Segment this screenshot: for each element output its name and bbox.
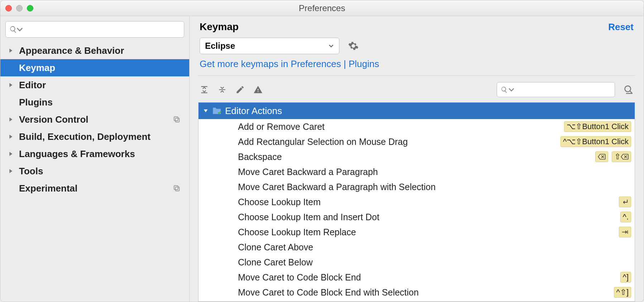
sidebar-item-experimental[interactable]: Experimental <box>0 180 189 197</box>
action-row[interactable]: Clone Caret Above <box>199 240 635 255</box>
action-search[interactable] <box>497 82 615 97</box>
action-row[interactable]: Choose Lookup Item Replace <box>199 225 635 240</box>
tab-icon <box>621 230 629 235</box>
enter-icon <box>621 199 629 205</box>
shortcut-list: ⌥⇧Button1 Click <box>564 121 631 132</box>
chevron-down-icon <box>16 25 24 33</box>
shortcut-badge: ^. <box>620 212 631 222</box>
svg-rect-1 <box>174 117 178 121</box>
action-name: Move Caret to Code Block End with Select… <box>238 287 614 298</box>
action-row[interactable]: Add or Remove Caret⌥⇧Button1 Click <box>199 119 635 134</box>
action-name: Backspace <box>238 152 595 162</box>
sidebar-item-label: Appearance & Behavior <box>19 45 124 56</box>
action-name: Choose Lookup Item Replace <box>238 227 619 237</box>
copy-icon[interactable] <box>173 115 181 123</box>
action-row[interactable]: Move Caret Backward a Paragraph with Sel… <box>199 179 635 194</box>
action-row[interactable]: Move Caret Backward a Paragraph <box>199 164 635 179</box>
sidebar-item-appearance-behavior[interactable]: Appearance & Behavior <box>0 42 189 59</box>
action-row[interactable]: Choose Lookup Item and Insert Dot^. <box>199 209 635 225</box>
shortcut-list: ^⇧] <box>614 287 631 298</box>
copy-icon[interactable] <box>173 184 181 192</box>
sidebar-item-plugins[interactable]: Plugins <box>0 94 189 111</box>
sidebar-item-label: Experimental <box>19 183 77 194</box>
triangle-right-icon <box>8 151 14 156</box>
action-name: Clone Caret Above <box>238 242 631 253</box>
triangle-right-icon <box>8 82 14 88</box>
keymap-scheme-value: Eclipse <box>205 41 235 51</box>
sidebar-item-label: Keymap <box>19 62 55 74</box>
sidebar-item-label: Version Control <box>19 114 89 125</box>
shortcut-list: ⇧ <box>595 151 631 162</box>
window-title: Preferences <box>0 3 644 13</box>
shortcut-badge <box>619 197 631 207</box>
action-name: Move Caret Backward a Paragraph <box>238 167 631 177</box>
warning-icon[interactable] <box>253 85 263 94</box>
triangle-right-icon <box>8 48 14 53</box>
titlebar: Preferences <box>0 0 644 16</box>
actions-tree[interactable]: Editor Actions Add or Remove Caret⌥⇧Butt… <box>198 102 635 302</box>
shortcut-list: ^. <box>620 212 631 222</box>
shortcut-list <box>619 227 631 237</box>
keymap-toolbar <box>190 76 644 102</box>
action-name: Move Caret to Code Block End <box>238 272 620 283</box>
svg-rect-0 <box>175 118 179 122</box>
action-name: Move Caret Backward a Paragraph with Sel… <box>238 182 631 192</box>
search-icon <box>501 86 508 93</box>
action-name: Add or Remove Caret <box>238 122 564 132</box>
preferences-window: Preferences Appearance & BehaviorKeymapE… <box>0 0 644 302</box>
action-name: Add Rectangular Selection on Mouse Drag <box>238 137 560 147</box>
sidebar-item-version-control[interactable]: Version Control <box>0 111 189 128</box>
triangle-down-icon <box>203 108 209 114</box>
folder-icon <box>212 107 221 115</box>
sidebar-item-label: Languages & Frameworks <box>19 148 135 160</box>
sidebar-search[interactable] <box>5 21 184 38</box>
sidebar-item-editor[interactable]: Editor <box>0 76 189 94</box>
action-name: Choose Lookup Item <box>238 197 619 207</box>
keymap-hint-link[interactable]: Get more keymaps in Preferences | Plugin… <box>190 57 644 75</box>
svg-rect-3 <box>174 186 178 190</box>
sidebar-item-languages-frameworks[interactable]: Languages & Frameworks <box>0 145 189 162</box>
action-row[interactable]: Choose Lookup Item <box>199 194 635 209</box>
window-body: Appearance & BehaviorKeymapEditorPlugins… <box>0 16 644 302</box>
shortcut-list <box>619 197 631 207</box>
triangle-right-icon <box>8 134 14 139</box>
shortcut-badge: ^⇧] <box>614 287 631 298</box>
group-label: Editor Actions <box>225 105 282 117</box>
settings-tree: Appearance & BehaviorKeymapEditorPlugins… <box>0 42 189 302</box>
sidebar-item-label: Build, Execution, Deployment <box>19 131 151 142</box>
shortcut-badge <box>619 227 631 237</box>
main-panel: Keymap Reset Eclipse Get more keymaps in… <box>190 16 644 302</box>
backspace-icon <box>598 154 606 160</box>
reset-link[interactable]: Reset <box>608 22 634 33</box>
edit-icon[interactable] <box>235 85 245 94</box>
sidebar-search-input[interactable] <box>26 25 180 34</box>
sidebar-item-label: Editor <box>19 80 46 91</box>
triangle-right-icon <box>8 169 14 174</box>
sidebar-item-label: Plugins <box>19 97 53 108</box>
keymap-scheme-select[interactable]: Eclipse <box>200 38 339 54</box>
action-search-input[interactable] <box>517 86 611 94</box>
shortcut-list: ^⌥⇧Button1 Click <box>560 136 631 147</box>
shortcut-badge <box>595 151 608 162</box>
svg-rect-2 <box>175 187 179 191</box>
action-group-row[interactable]: Editor Actions <box>199 103 635 119</box>
shortcut-badge: ⌥⇧Button1 Click <box>564 121 631 132</box>
action-row[interactable]: Clone Caret Below <box>199 255 635 270</box>
sidebar-item-label: Tools <box>19 166 43 177</box>
action-row[interactable]: Move Caret to Code Block End^] <box>199 270 635 285</box>
chevron-down-icon <box>508 86 515 93</box>
action-row[interactable]: Backspace⇧ <box>199 149 635 164</box>
sidebar: Appearance & BehaviorKeymapEditorPlugins… <box>0 16 190 302</box>
action-row[interactable]: Add Rectangular Selection on Mouse Drag^… <box>199 134 635 149</box>
expand-all-icon[interactable] <box>200 85 209 94</box>
shortcut-badge: ^] <box>620 272 631 283</box>
sidebar-item-keymap[interactable]: Keymap <box>0 59 189 76</box>
collapse-all-icon[interactable] <box>218 85 227 94</box>
shortcut-badge: ⇧ <box>612 151 631 162</box>
find-shortcut-icon[interactable] <box>624 85 634 95</box>
gear-icon[interactable] <box>348 41 359 51</box>
backspace-icon <box>621 154 629 160</box>
sidebar-item-build-execution-deployment[interactable]: Build, Execution, Deployment <box>0 128 189 145</box>
sidebar-item-tools[interactable]: Tools <box>0 162 189 180</box>
action-row[interactable]: Move Caret to Code Block End with Select… <box>199 285 635 300</box>
